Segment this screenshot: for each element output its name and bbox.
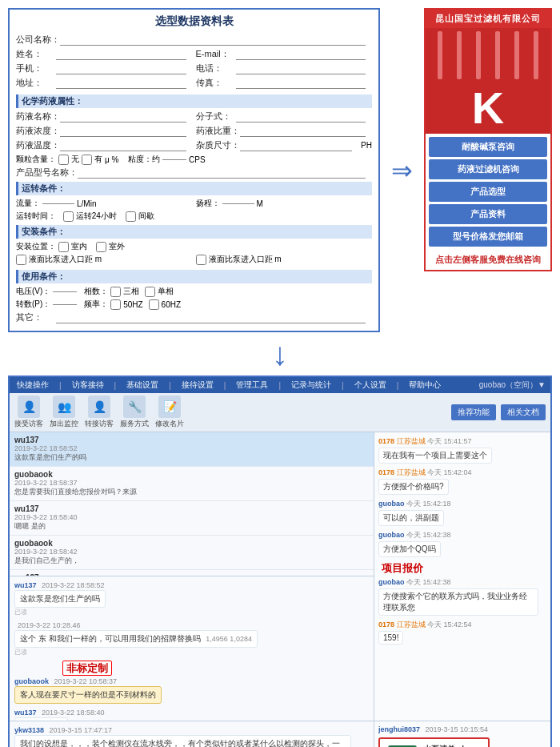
toolbar-item-3[interactable]: 接待设置 [179, 379, 216, 392]
field-rpm[interactable] [53, 304, 77, 305]
checkbox-50hz[interactable] [110, 299, 121, 310]
r-sender-4: guobao 今天 15:42:38 [378, 577, 546, 588]
file-box: EXC 水泵清单.xlsx 10.8KB 预览 打开文件夹 [378, 737, 490, 747]
field-address[interactable] [56, 78, 186, 89]
bottom-right: jenghui8037 2019-3-15 10:15:54 EXC 水泵清单.… [374, 721, 550, 747]
action-service[interactable]: 🔧 服务方式 [120, 396, 149, 429]
bottom-msg-0: ykw3138 2019-3-15 17:47:17 我们的设想是，，，装个检测… [14, 726, 369, 747]
toolbar-item-2[interactable]: 基础设置 [124, 379, 161, 392]
r-msg-1: 0178 江苏盐城 今天 15:42:04 方便报个价格吗? [378, 468, 546, 495]
msg-sender-0: wu137 2019-3-22 18:58:52 [14, 581, 369, 589]
visitor-item-4[interactable]: wu137 2019-3-22 18:58:50 经销商报价 [10, 570, 374, 576]
field-company[interactable] [60, 34, 366, 46]
toolbar-item-6[interactable]: 个人设置 [352, 379, 389, 392]
label-imp: 杂质尺寸： [196, 139, 240, 151]
msg-4: wu137 2019-3-22 18:58:40 嗯嗯 可以的 已读 [14, 709, 369, 721]
field-drugname[interactable] [60, 111, 186, 122]
field-imp[interactable] [240, 140, 353, 151]
field-conc[interactable] [60, 126, 186, 137]
field-name[interactable] [56, 49, 186, 60]
field-phone[interactable] [56, 63, 186, 74]
visitor-item-1[interactable]: guobaook 2019-3-22 18:58:37 您是需要我们直接给您报价… [10, 467, 374, 501]
field-lift[interactable] [222, 203, 254, 204]
action-transfer[interactable]: 👤 转接访客 [85, 396, 114, 429]
action-card[interactable]: 📝 修改名片 [155, 396, 184, 429]
form-row-model: 产品型号名称： [16, 167, 372, 179]
action-monitor[interactable]: 👥 加出监控 [50, 396, 78, 429]
label-flow: 流量： [16, 198, 40, 209]
r-msg-2: guobao 今天 15:42:18 可以的，洪副题 [378, 499, 546, 526]
label-outdoor: 室外 [109, 241, 125, 252]
field-voltage[interactable] [53, 291, 77, 292]
field-other[interactable] [56, 312, 366, 323]
checkbox-particle-have[interactable] [82, 155, 92, 165]
brand-btn-0[interactable]: 耐酸碱泵咨询 [429, 137, 547, 157]
toolbar-item-5[interactable]: 记录与统计 [289, 379, 334, 392]
r-bubble-4: 方便搜索个它的联系方式吗，我业业务经理联系您 [378, 588, 538, 616]
chat-body: wu137 2019-3-22 18:58:52 这款泵是您们生产的吗 guob… [10, 432, 550, 721]
chat-messages: wu137 2019-3-22 18:58:52 这款泵是您们生产的吗 已读 2… [10, 576, 374, 721]
brand-btn-3[interactable]: 产品资料 [429, 204, 547, 224]
field-model[interactable] [78, 167, 366, 179]
checkbox-24h[interactable] [63, 211, 74, 222]
field-flow[interactable] [42, 203, 74, 204]
checkbox-3phase[interactable] [110, 287, 121, 297]
r-bubble-2: 可以的，洪副题 [378, 510, 444, 526]
brand-btn-1[interactable]: 药液过滤机咨询 [429, 159, 547, 179]
form-row-temp-imp: 药液温度： 杂质尺寸： PH [16, 139, 372, 154]
field-email[interactable] [236, 49, 366, 60]
label-intermittent: 间歇 [138, 211, 154, 222]
field-sg[interactable] [240, 126, 366, 137]
visitor-name-3: guobaook [14, 539, 369, 548]
form-row-name-email: 姓名： E-mail： [16, 48, 372, 62]
monitor-icon: 👥 [53, 396, 75, 418]
checkbox-outdoor[interactable] [96, 242, 106, 252]
toolbar-item-1[interactable]: 访客接待 [70, 379, 106, 392]
checkbox-particle-none[interactable] [58, 155, 69, 165]
checkbox-liquid-out[interactable] [196, 255, 206, 265]
r-sender-1: 0178 江苏盐城 今天 15:42:04 [378, 468, 546, 478]
field-viscosity[interactable] [162, 159, 186, 160]
visitor-name-0: wu137 [14, 436, 369, 444]
field-temp[interactable] [60, 140, 186, 151]
form-row-voltage: 电压(V)： 相数： 三相 单相 [16, 286, 372, 297]
right-chat-messages: 0178 江苏盐城 今天 15:41:57 现在我有一个项目上需要这个 0178… [374, 432, 550, 721]
form-row-phone-tel: 手机： 电话： [16, 62, 372, 77]
field-molecular[interactable] [236, 111, 366, 122]
checkbox-liquid-in[interactable] [16, 255, 26, 265]
label-sg: 药液比重： [196, 125, 240, 137]
action-accept[interactable]: 👤 接受访客 [14, 396, 43, 429]
brand-btn-2[interactable]: 产品选型 [429, 182, 547, 202]
msg-bubble-1: 这个 东 和我们一样的，可以用用我们的招牌替换吗 1,4956 1,0284 [14, 630, 258, 648]
r-msg-5: 0178 江苏盐城 今天 15:42:54 159! [378, 620, 546, 645]
r-bubble-1: 方便报个价格吗? [378, 479, 449, 495]
visitor-item-2[interactable]: wu137 2019-3-22 18:58:40 嗯嗯 是的 [10, 501, 374, 536]
msg-sender-4: wu137 2019-3-22 18:58:40 [14, 709, 369, 717]
label-model: 产品型号名称： [16, 167, 78, 179]
r-sender-3: guobao 今天 15:42:38 [378, 530, 546, 540]
field-fax[interactable] [236, 78, 366, 89]
chat-user-info[interactable]: guobao（空间）▼ [479, 380, 546, 391]
label-flow-unit: L/Min [77, 199, 96, 208]
brand-btn-4[interactable]: 型号价格发您邮箱 [429, 227, 547, 247]
checkbox-60hz[interactable] [149, 299, 159, 310]
visitor-item-3[interactable]: guobaook 2019-3-22 18:58:42 是我们自己生产的， [10, 536, 374, 570]
bottom-section: ykw3138 2019-3-15 17:47:17 我们的设想是，，，装个检测… [10, 721, 550, 747]
msg-1: 2019-3-22 10:28.46 这个 东 和我们一样的，可以用用我们的招牌… [14, 621, 369, 657]
msg-0: wu137 2019-3-22 18:58:52 这款泵是您们生产的吗 已读 [14, 581, 369, 616]
arrow-right: ⇒ [388, 155, 416, 186]
visitor-item-0[interactable]: wu137 2019-3-22 18:58:52 这款泵是您们生产的吗 [10, 432, 374, 467]
checkbox-indoor[interactable] [58, 242, 69, 252]
center-arrow-down: ↓ [0, 336, 560, 371]
toolbar-item-7[interactable]: 帮助中心 [406, 379, 443, 392]
toolbar-item-4[interactable]: 管理工具 [234, 379, 270, 392]
btn-docs[interactable]: 相关文档 [501, 404, 546, 420]
checkbox-intermittent[interactable] [126, 211, 136, 222]
msg-values: 1,4956 1,0284 [206, 635, 252, 643]
label-liquid-out: 液面比泵进入口距 m [209, 254, 282, 265]
brand-footer: 点击左侧客服免费在线咨询 [432, 250, 544, 270]
toolbar-item-0[interactable]: 快捷操作 [14, 379, 51, 392]
checkbox-1phase[interactable] [145, 287, 155, 297]
btn-recommend[interactable]: 推荐功能 [451, 404, 496, 420]
field-tel[interactable] [236, 63, 366, 74]
